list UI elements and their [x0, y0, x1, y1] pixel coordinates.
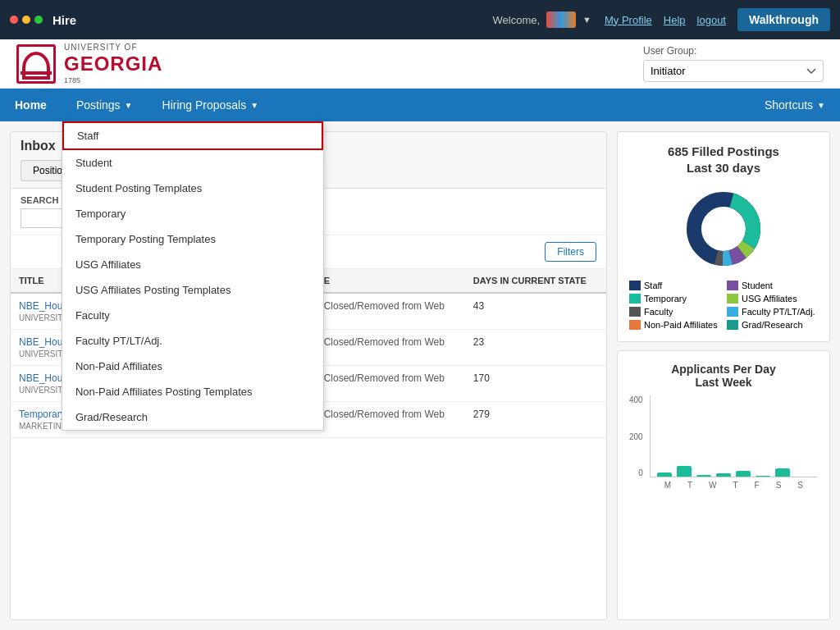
row-days-cell: 170: [465, 366, 606, 402]
bar: [736, 471, 751, 477]
svg-point-6: [702, 208, 745, 250]
legend-color: [727, 307, 738, 317]
legend-color: [727, 320, 738, 330]
donut-svg: [678, 184, 769, 274]
walkthrough-button[interactable]: Walkthrough: [737, 8, 830, 31]
legend-label: Non-Paid Affiliates: [644, 320, 718, 330]
legend-color: [629, 307, 641, 317]
col-status: E: [316, 269, 465, 293]
user-group-select[interactable]: Initiator: [643, 60, 824, 82]
logo-icon: [16, 44, 56, 84]
user-group-label: User Group:: [643, 45, 824, 57]
applicants-chart-title: Applicants Per Day Last Week: [629, 363, 818, 389]
dropdown-non-paid-affiliates-posting-templates[interactable]: Non-Paid Affiliates Posting Templates: [62, 379, 323, 404]
bar-label: M: [664, 481, 671, 490]
nav-hiring-proposals[interactable]: Hiring Proposals ▼: [148, 89, 274, 121]
dropdown-staff[interactable]: Staff: [62, 121, 323, 150]
row-status-cell: Closed/Removed from Web: [316, 402, 465, 438]
help-link[interactable]: Help: [664, 14, 686, 26]
legend-label: Faculty PT/LT/Adj.: [742, 307, 815, 317]
legend-item: Faculty: [629, 307, 720, 317]
logo-base: [21, 71, 52, 75]
bar-label: T: [687, 481, 692, 490]
bar-chart-wrapper: 400 200 0 MTWTFSS: [629, 395, 818, 490]
row-status-cell: Closed/Removed from Web: [316, 366, 465, 402]
bar: [756, 476, 770, 477]
legend-item: Staff: [629, 281, 720, 290]
logo-arch: [22, 52, 50, 80]
dropdown-faculty[interactable]: Faculty: [62, 303, 323, 328]
logo: UNIVERSITY OF GEORGIA 1785: [16, 43, 162, 85]
row-status-cell: Closed/Removed from Web: [316, 293, 465, 330]
dropdown-student[interactable]: Student: [62, 150, 323, 176]
bar-label: W: [709, 481, 716, 490]
y-axis-labels: 400 200 0: [629, 395, 646, 477]
logo-row: UNIVERSITY OF GEORGIA 1785 User Group: I…: [0, 39, 840, 89]
legend: StaffStudentTemporaryUSG AffiliatesFacul…: [629, 281, 818, 330]
nav-home[interactable]: Home: [0, 89, 62, 121]
legend-label: Staff: [644, 281, 662, 290]
filled-postings-card: 685 Filled Postings Last 30 days: [617, 131, 830, 342]
close-dot: [10, 16, 18, 24]
dropdown-temporary-posting-templates[interactable]: Temporary Posting Templates: [62, 226, 323, 252]
right-panel: 685 Filled Postings Last 30 days: [617, 131, 830, 620]
welcome-text: Welcome,: [493, 14, 541, 26]
avatar: [546, 11, 576, 28]
dropdown-grad-research[interactable]: Grad/Research: [62, 404, 323, 430]
fullscreen-dot: [34, 16, 43, 24]
row-days-cell: 279: [465, 402, 606, 438]
year-label: 1785: [64, 76, 162, 85]
dropdown-student-posting-templates[interactable]: Student Posting Templates: [62, 176, 323, 201]
legend-label: Grad/Research: [742, 320, 803, 330]
nav-postings[interactable]: Postings ▼ Staff Student Student Posting…: [62, 89, 148, 121]
app-title: Hire: [52, 13, 76, 27]
nav-shortcuts[interactable]: Shortcuts ▼: [750, 89, 840, 121]
legend-label: Faculty: [644, 307, 673, 317]
bar-chart-x-labels: MTWTFSS: [650, 477, 818, 490]
myprofile-link[interactable]: My Profile: [605, 14, 652, 26]
user-group-container: User Group: Initiator: [643, 45, 824, 82]
hiring-proposals-arrow-icon: ▼: [250, 101, 258, 110]
bar-chart-area: [650, 395, 818, 477]
georgia-label: GEORGIA: [64, 52, 162, 76]
dropdown-usg-affiliates-posting-templates[interactable]: USG Affiliates Posting Templates: [62, 277, 323, 303]
dropdown-usg-affiliates[interactable]: USG Affiliates: [62, 252, 323, 277]
university-label: UNIVERSITY OF: [64, 43, 162, 52]
shortcuts-arrow-icon: ▼: [817, 101, 825, 110]
legend-color: [629, 281, 641, 290]
avatar-dropdown-icon[interactable]: ▼: [582, 15, 591, 25]
legend-color: [629, 294, 641, 304]
postings-arrow-icon: ▼: [125, 101, 133, 110]
dropdown-non-paid-affiliates[interactable]: Non-Paid Affiliates: [62, 354, 323, 379]
bar-label: F: [755, 481, 760, 490]
row-status-cell: Closed/Removed from Web: [316, 330, 465, 366]
legend-color: [629, 320, 641, 330]
bar-label: S: [797, 481, 803, 490]
filled-postings-title: 685 Filled Postings Last 30 days: [629, 144, 818, 176]
bar: [696, 475, 711, 477]
legend-label: USG Affiliates: [742, 294, 797, 304]
legend-item: Temporary: [629, 294, 720, 304]
logo-text: UNIVERSITY OF GEORGIA 1785: [64, 43, 162, 85]
bar-label: T: [733, 481, 737, 490]
dropdown-temporary[interactable]: Temporary: [62, 201, 323, 226]
legend-label: Student: [742, 281, 773, 290]
bar: [716, 473, 731, 477]
legend-color: [727, 294, 738, 304]
top-bar: Hire Welcome, ▼ My Profile Help logout W…: [0, 0, 840, 39]
donut-chart: [629, 184, 818, 274]
minimize-dot: [22, 16, 30, 24]
legend-item: Faculty PT/LT/Adj.: [727, 307, 818, 317]
filters-button[interactable]: Filters: [545, 242, 596, 262]
logout-link[interactable]: logout: [697, 14, 726, 26]
bar: [775, 468, 790, 477]
legend-item: Grad/Research: [727, 320, 818, 330]
legend-item: USG Affiliates: [727, 294, 818, 304]
row-days-cell: 43: [465, 293, 606, 330]
col-days: DAYS IN CURRENT STATE: [465, 269, 606, 293]
bar: [657, 472, 672, 477]
bar-label: S: [776, 481, 782, 490]
applicants-chart-card: Applicants Per Day Last Week 400 200 0 M…: [617, 350, 830, 620]
dropdown-faculty-pt-lt-adj[interactable]: Faculty PT/LT/Adj.: [62, 328, 323, 354]
legend-item: Non-Paid Affiliates: [629, 320, 720, 330]
